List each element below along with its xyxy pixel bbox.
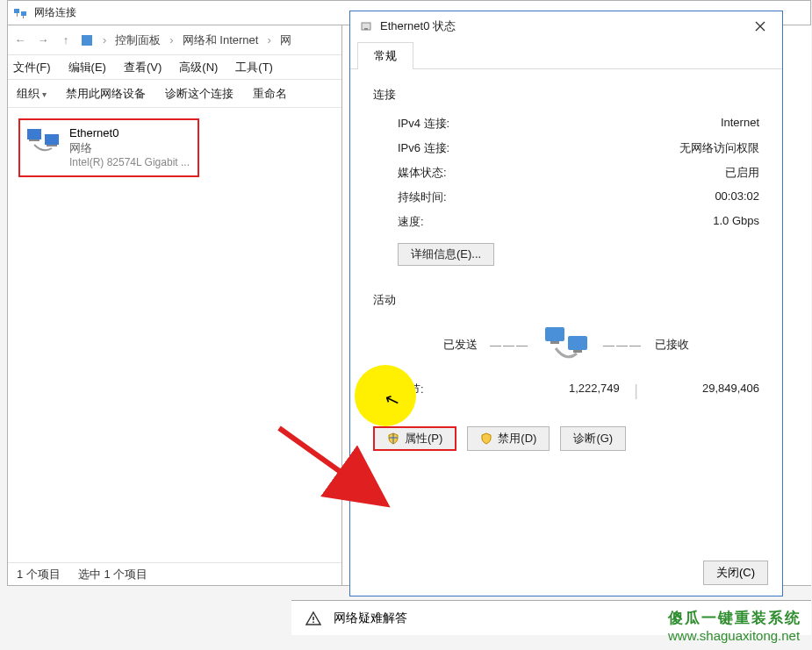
media-state-label: 媒体状态: (398, 165, 447, 181)
diagnose-button[interactable]: 诊断(G) (560, 426, 626, 451)
received-bytes-value: 29,849,406 (652, 382, 759, 400)
dialog-titlebar[interactable]: Ethernet0 状态 (350, 11, 782, 41)
toolbar-disable-device[interactable]: 禁用此网络设备 (66, 86, 146, 102)
network-adapter-item[interactable]: Ethernet0 网络 Intel(R) 82574L Gigabit ... (18, 118, 199, 177)
svg-rect-8 (47, 145, 57, 146)
watermark-line1: 傻瓜一键重装系统 (668, 610, 801, 627)
command-bar: 组织 禁用此网络设备 诊断这个连接 重命名 (8, 80, 341, 108)
ethernet-adapter-icon (25, 125, 62, 157)
chevron-right-icon: › (169, 33, 173, 46)
close-dialog-button-label: 关闭(C) (716, 565, 755, 581)
svg-rect-11 (545, 327, 564, 341)
duration-value: 00:03:02 (715, 189, 759, 205)
speed-label: 速度: (398, 214, 424, 230)
explorer-window: ← → ↑ › 控制面板 › 网络和 Internet › 网 文件(F) 编辑… (7, 25, 342, 586)
menu-file[interactable]: 文件(F) (13, 60, 51, 75)
tab-general-label: 常规 (374, 49, 397, 62)
properties-button-label: 属性(P) (405, 431, 442, 446)
received-label: 已接收 (655, 337, 689, 353)
svg-rect-6 (29, 139, 40, 141)
nav-up-icon[interactable]: ↑ (57, 32, 75, 49)
media-state-value: 已启用 (725, 165, 759, 181)
menu-tools[interactable]: 工具(T) (235, 60, 273, 75)
shield-icon (480, 432, 492, 445)
duration-label: 持续时间: (398, 189, 447, 205)
tab-general[interactable]: 常规 (357, 42, 413, 69)
menu-view[interactable]: 查看(V) (124, 60, 162, 75)
warning-triangle-icon (305, 611, 321, 626)
toolbar-rename[interactable]: 重命名 (253, 86, 287, 102)
svg-rect-13 (568, 336, 587, 350)
dialog-title: Ethernet0 状态 (380, 18, 456, 34)
svg-rect-5 (27, 129, 41, 139)
status-selected-count: 选中 1 个项目 (78, 567, 147, 582)
svg-rect-0 (14, 9, 19, 13)
close-dialog-button[interactable]: 关闭(C) (703, 561, 768, 585)
details-button[interactable]: 详细信息(E)... (398, 243, 494, 266)
ethernet-icon (359, 19, 373, 33)
nav-back-icon[interactable]: ← (11, 32, 29, 49)
close-icon (755, 21, 765, 32)
menu-advanced[interactable]: 高级(N) (179, 60, 218, 75)
breadcrumb-truncated[interactable]: 网 (280, 32, 291, 48)
svg-rect-7 (45, 134, 59, 145)
svg-rect-12 (550, 341, 559, 344)
menu-bar: 文件(F) 编辑(E) 查看(V) 高级(N) 工具(T) (8, 55, 341, 80)
nav-forward-icon[interactable]: → (34, 32, 52, 49)
svg-rect-1 (21, 11, 26, 16)
activity-computers-icon (542, 324, 591, 366)
control-panel-icon (80, 33, 94, 47)
ipv4-label: IPv4 连接: (398, 116, 449, 132)
svg-rect-10 (364, 28, 368, 30)
close-button[interactable] (747, 16, 773, 37)
toolbar-organize[interactable]: 组织 (17, 86, 47, 102)
svg-rect-14 (573, 350, 582, 353)
chevron-right-icon: › (103, 33, 106, 46)
svg-rect-4 (82, 35, 92, 46)
sent-label: 已发送 (443, 337, 478, 353)
toolbar-diagnose[interactable]: 诊断这个连接 (165, 86, 234, 102)
ethernet-status-dialog: Ethernet0 状态 常规 连接 IPv4 连接:Internet IPv6… (349, 11, 783, 596)
ipv6-value: 无网络访问权限 (679, 140, 759, 156)
disable-button[interactable]: 禁用(D) (467, 426, 550, 451)
network-connections-icon (13, 6, 27, 20)
speed-value: 1.0 Gbps (713, 214, 759, 230)
status-item-count: 1 个项目 (17, 567, 61, 582)
shield-icon (387, 432, 399, 445)
connection-heading: 连接 (373, 87, 759, 103)
tab-strip: 常规 (350, 41, 782, 69)
adapter-name: Ethernet0 (69, 125, 190, 140)
window-title: 网络连接 (34, 5, 76, 20)
troubleshoot-label: 网络疑难解答 (334, 611, 407, 626)
activity-dash-right: ——— (603, 339, 643, 352)
menu-edit[interactable]: 编辑(E) (68, 60, 106, 75)
svg-rect-17 (313, 621, 314, 623)
svg-rect-16 (313, 617, 314, 620)
adapter-status: 网络 (69, 140, 190, 155)
ipv4-value: Internet (721, 116, 759, 132)
watermark: 傻瓜一键重装系统 www.shaguaxitong.net (668, 610, 801, 645)
details-button-label: 详细信息(E)... (411, 246, 481, 262)
adapter-device: Intel(R) 82574L Gigabit ... (69, 155, 190, 170)
sent-bytes-value: 1,222,749 (488, 382, 620, 400)
properties-button[interactable]: 属性(P) (373, 426, 456, 451)
address-bar[interactable]: ← → ↑ › 控制面板 › 网络和 Internet › 网 (8, 25, 341, 55)
bytes-separator: | (620, 382, 652, 400)
disable-button-label: 禁用(D) (498, 431, 536, 446)
breadcrumb-control-panel[interactable]: 控制面板 (115, 32, 161, 48)
chevron-right-icon: › (267, 33, 270, 46)
activity-dash-left: ——— (490, 339, 529, 352)
svg-rect-3 (23, 16, 24, 18)
activity-heading: 活动 (373, 292, 759, 308)
status-bar: 1 个项目 选中 1 个项目 (8, 562, 341, 585)
svg-rect-2 (17, 13, 18, 17)
ipv6-label: IPv6 连接: (398, 140, 449, 156)
watermark-line2: www.shaguaxitong.net (668, 627, 801, 645)
diagnose-button-label: 诊断(G) (573, 431, 613, 446)
breadcrumb-network-internet[interactable]: 网络和 Internet (183, 32, 259, 48)
